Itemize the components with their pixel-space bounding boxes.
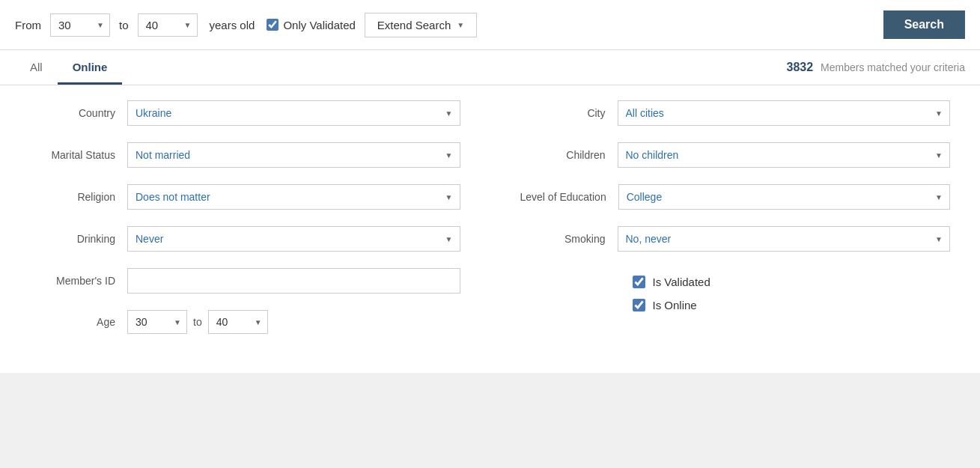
member-id-row: Member's ID bbox=[30, 268, 460, 294]
city-label: City bbox=[520, 107, 618, 119]
children-select-wrapper[interactable]: No children 1 child 2 children Does not … bbox=[618, 142, 951, 168]
country-select[interactable]: Ukraine Russia Poland Any bbox=[127, 100, 460, 126]
smoking-select[interactable]: No, never Occasionally Yes bbox=[618, 226, 951, 252]
age-label: Age bbox=[30, 316, 127, 328]
country-label: Country bbox=[30, 107, 127, 119]
extend-search-button[interactable]: Extend Search bbox=[365, 13, 477, 37]
age-to-select[interactable]: 303538404550 bbox=[208, 310, 268, 334]
is-validated-row[interactable]: Is Validated bbox=[633, 276, 710, 288]
years-old-label: years old bbox=[210, 19, 255, 31]
only-validated-checkbox[interactable] bbox=[267, 19, 279, 31]
age-from-select[interactable]: 18202528303540 bbox=[127, 310, 187, 334]
to-age-wrapper[interactable]: 30323538 40424550 bbox=[138, 13, 198, 37]
is-online-label: Is Online bbox=[653, 299, 697, 312]
age-to-label: to bbox=[193, 316, 202, 328]
top-bar: From 18202225 28293031 3235404550 to 303… bbox=[0, 0, 980, 50]
member-id-input[interactable] bbox=[127, 268, 460, 294]
match-count: 3832 bbox=[787, 61, 814, 73]
marital-status-row: Marital Status Not married Married Divor… bbox=[30, 142, 460, 168]
religion-label: Religion bbox=[30, 191, 127, 203]
age-to-wrapper[interactable]: 303538404550 bbox=[208, 310, 268, 334]
is-validated-checkbox[interactable] bbox=[633, 276, 645, 288]
only-validated-label[interactable]: Only Validated bbox=[267, 19, 355, 31]
drinking-row: Drinking Never Occasionally Socially Reg… bbox=[30, 226, 460, 252]
city-row: City All cities Kyiv Lviv Odessa bbox=[520, 100, 951, 126]
checkboxes-row: Is Validated Is Online bbox=[520, 268, 951, 312]
city-select-wrapper[interactable]: All cities Kyiv Lviv Odessa bbox=[618, 100, 951, 126]
smoking-select-wrapper[interactable]: No, never Occasionally Yes bbox=[618, 226, 951, 252]
country-row: Country Ukraine Russia Poland Any bbox=[30, 100, 460, 126]
extend-search-label: Extend Search bbox=[377, 19, 451, 31]
age-range: 18202528303540 to 303538404550 bbox=[127, 310, 460, 334]
match-info: 3832 Members matched your criteria bbox=[787, 50, 965, 85]
drinking-select[interactable]: Never Occasionally Socially Regularly bbox=[127, 226, 460, 252]
education-row: Level of Education College High School U… bbox=[520, 184, 951, 210]
country-select-wrapper[interactable]: Ukraine Russia Poland Any bbox=[127, 100, 460, 126]
from-age-select[interactable]: 18202225 28293031 3235404550 bbox=[50, 13, 110, 37]
only-validated-text: Only Validated bbox=[283, 19, 355, 31]
children-select[interactable]: No children 1 child 2 children Does not … bbox=[618, 142, 951, 168]
marital-status-select-wrapper[interactable]: Not married Married Divorced Widowed bbox=[127, 142, 460, 168]
search-button[interactable]: Search bbox=[883, 10, 965, 39]
marital-status-label: Marital Status bbox=[30, 149, 127, 161]
left-filters: Country Ukraine Russia Poland Any Marita… bbox=[30, 100, 460, 350]
to-label: to bbox=[119, 19, 129, 31]
is-online-checkbox[interactable] bbox=[633, 299, 645, 312]
children-label: Children bbox=[520, 149, 618, 161]
is-online-row[interactable]: Is Online bbox=[633, 299, 710, 312]
drinking-label: Drinking bbox=[30, 233, 127, 245]
drinking-select-wrapper[interactable]: Never Occasionally Socially Regularly bbox=[127, 226, 460, 252]
education-label: Level of Education bbox=[520, 191, 618, 203]
checkboxes-section: Is Validated Is Online bbox=[633, 276, 710, 312]
children-row: Children No children 1 child 2 children … bbox=[520, 142, 951, 168]
is-validated-label: Is Validated bbox=[653, 276, 710, 288]
religion-select-wrapper[interactable]: Does not matter Christian Muslim Jewish bbox=[127, 184, 460, 210]
right-filters: City All cities Kyiv Lviv Odessa Childre… bbox=[520, 100, 951, 350]
city-select[interactable]: All cities Kyiv Lviv Odessa bbox=[618, 100, 951, 126]
age-from-wrapper[interactable]: 18202528303540 bbox=[127, 310, 187, 334]
smoking-row: Smoking No, never Occasionally Yes bbox=[520, 226, 951, 252]
tab-all[interactable]: All bbox=[15, 50, 58, 85]
main-content: Country Ukraine Russia Poland Any Marita… bbox=[0, 85, 980, 373]
to-age-select[interactable]: 30323538 40424550 bbox=[138, 13, 198, 37]
match-text: Members matched your criteria bbox=[821, 61, 965, 73]
from-age-wrapper[interactable]: 18202225 28293031 3235404550 bbox=[50, 13, 110, 37]
tabs-bar: All Online 3832 Members matched your cri… bbox=[0, 50, 980, 85]
marital-status-select[interactable]: Not married Married Divorced Widowed bbox=[127, 142, 460, 168]
smoking-label: Smoking bbox=[520, 233, 618, 245]
education-select[interactable]: College High School University PhD bbox=[618, 184, 950, 210]
from-label: From bbox=[15, 19, 41, 31]
education-select-wrapper[interactable]: College High School University PhD bbox=[618, 184, 950, 210]
member-id-label: Member's ID bbox=[30, 275, 127, 287]
religion-select[interactable]: Does not matter Christian Muslim Jewish bbox=[127, 184, 460, 210]
age-row: Age 18202528303540 to 303538404550 bbox=[30, 310, 460, 334]
tab-online[interactable]: Online bbox=[58, 50, 123, 85]
filter-grid: Country Ukraine Russia Poland Any Marita… bbox=[30, 100, 950, 350]
religion-row: Religion Does not matter Christian Musli… bbox=[30, 184, 460, 210]
